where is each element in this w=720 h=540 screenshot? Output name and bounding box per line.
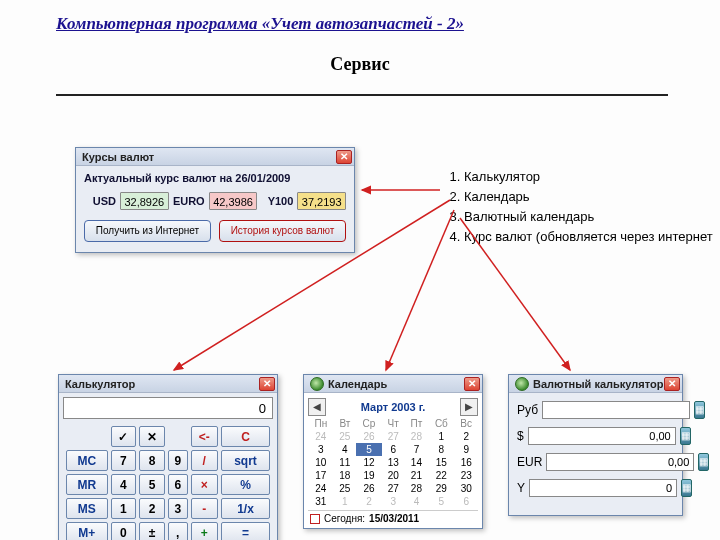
calc-icon[interactable]: ▦ — [694, 401, 705, 419]
sub-key[interactable]: - — [191, 498, 219, 519]
calendar-day[interactable]: 2 — [356, 495, 382, 508]
n5[interactable]: 5 — [139, 474, 165, 495]
mr-key[interactable]: MR — [66, 474, 108, 495]
sqrt-key[interactable]: sqrt — [221, 450, 270, 471]
today-bar[interactable]: Сегодня: 15/03/2011 — [308, 510, 478, 524]
calendar-day[interactable]: 29 — [428, 482, 454, 495]
feature-item: Калькулятор — [464, 168, 713, 187]
calendar-day[interactable]: 28 — [405, 430, 429, 443]
calendar-day[interactable]: 11 — [334, 456, 356, 469]
n7[interactable]: 7 — [111, 450, 137, 471]
calendar-day[interactable]: 14 — [405, 456, 429, 469]
calendar-day[interactable]: 24 — [308, 430, 334, 443]
n6[interactable]: 6 — [168, 474, 188, 495]
titlebar[interactable]: Калькулятор ✕ — [59, 375, 277, 393]
calendar-day[interactable]: 30 — [454, 482, 478, 495]
close-icon[interactable]: ✕ — [336, 150, 352, 164]
calendar-day[interactable]: 24 — [308, 482, 334, 495]
history-button[interactable]: История курсов валют — [219, 220, 346, 242]
pm-key[interactable]: ± — [139, 522, 165, 540]
calendar-day[interactable]: 5 — [356, 443, 382, 456]
currency-input[interactable] — [542, 401, 690, 419]
mc-key[interactable]: MC — [66, 450, 108, 471]
n4[interactable]: 4 — [111, 474, 137, 495]
clear-key[interactable]: C — [221, 426, 270, 447]
calendar-day[interactable]: 3 — [308, 443, 334, 456]
n8[interactable]: 8 — [139, 450, 165, 471]
n2[interactable]: 2 — [139, 498, 165, 519]
close-icon[interactable]: ✕ — [259, 377, 275, 391]
calendar-day[interactable]: 8 — [428, 443, 454, 456]
calc-icon[interactable]: ▦ — [681, 479, 692, 497]
calendar-day[interactable]: 18 — [334, 469, 356, 482]
back-key[interactable]: <- — [191, 426, 219, 447]
calc-icon[interactable]: ▦ — [680, 427, 691, 445]
calendar-day[interactable]: 4 — [334, 443, 356, 456]
mul-key[interactable]: × — [191, 474, 219, 495]
n3[interactable]: 3 — [168, 498, 188, 519]
calendar-day[interactable]: 27 — [382, 430, 405, 443]
inv-key[interactable]: 1/x — [221, 498, 270, 519]
calendar-day[interactable]: 12 — [356, 456, 382, 469]
n0[interactable]: 0 — [111, 522, 137, 540]
calendar-day[interactable]: 6 — [382, 443, 405, 456]
calendar-day[interactable]: 20 — [382, 469, 405, 482]
eq-key[interactable]: = — [221, 522, 270, 540]
currency-label: $ — [517, 429, 524, 443]
calendar-day[interactable]: 4 — [405, 495, 429, 508]
prev-month-button[interactable]: ◀ — [308, 398, 326, 416]
close-icon[interactable]: ✕ — [664, 377, 680, 391]
calendar-day[interactable]: 3 — [382, 495, 405, 508]
calendar-day[interactable]: 31 — [308, 495, 334, 508]
calendar-day[interactable]: 1 — [334, 495, 356, 508]
calendar-day[interactable]: 5 — [428, 495, 454, 508]
calendar-day[interactable]: 21 — [405, 469, 429, 482]
n9[interactable]: 9 — [168, 450, 188, 471]
calendar-day[interactable]: 17 — [308, 469, 334, 482]
dow-label: Пт — [405, 417, 429, 430]
add-key[interactable]: + — [191, 522, 219, 540]
currency-input[interactable] — [546, 453, 694, 471]
calendar-day[interactable]: 23 — [454, 469, 478, 482]
dow-label: Пн — [308, 417, 334, 430]
calendar-day[interactable]: 27 — [382, 482, 405, 495]
close-icon[interactable]: ✕ — [464, 377, 480, 391]
titlebar[interactable]: Курсы валют ✕ — [76, 148, 354, 166]
calendar-day[interactable]: 25 — [334, 430, 356, 443]
calendar-day[interactable]: 7 — [405, 443, 429, 456]
xkey[interactable]: ✕ — [139, 426, 165, 447]
calendar-day[interactable]: 13 — [382, 456, 405, 469]
globe-icon — [310, 377, 324, 391]
calendar-day[interactable]: 6 — [454, 495, 478, 508]
calc-icon[interactable]: ▦ — [698, 453, 709, 471]
dot-key[interactable]: , — [168, 522, 188, 540]
calendar-day[interactable]: 25 — [334, 482, 356, 495]
calendar-day[interactable]: 2 — [454, 430, 478, 443]
calendar-day[interactable]: 10 — [308, 456, 334, 469]
calendar-day[interactable]: 9 — [454, 443, 478, 456]
calendar-day[interactable]: 22 — [428, 469, 454, 482]
div-key[interactable]: / — [191, 450, 219, 471]
calendar-day[interactable]: 16 — [454, 456, 478, 469]
calendar-day[interactable]: 19 — [356, 469, 382, 482]
calendar-day[interactable]: 28 — [405, 482, 429, 495]
calendar-day[interactable]: 1 — [428, 430, 454, 443]
n1[interactable]: 1 — [111, 498, 137, 519]
currency-row: EUR▦ — [517, 453, 674, 471]
calendar-day[interactable]: 15 — [428, 456, 454, 469]
currency-input[interactable] — [528, 427, 676, 445]
next-month-button[interactable]: ▶ — [460, 398, 478, 416]
calendar-day[interactable]: 26 — [356, 482, 382, 495]
titlebar[interactable]: Календарь ✕ — [304, 375, 482, 393]
ms-key[interactable]: MS — [66, 498, 108, 519]
titlebar[interactable]: Валютный калькулятор ✕ — [509, 375, 682, 393]
mplus-key[interactable]: M+ — [66, 522, 108, 540]
calendar-grid: ПнВтСрЧтПтСбВс24252627281234567891011121… — [308, 417, 478, 508]
fetch-internet-button[interactable]: Получить из Интернет — [84, 220, 211, 242]
check-key[interactable]: ✓ — [111, 426, 137, 447]
usd-label: USD — [84, 195, 116, 207]
currency-input[interactable] — [529, 479, 677, 497]
page-title: Компьютерная программа «Учет автозапчаст… — [56, 14, 464, 34]
calendar-day[interactable]: 26 — [356, 430, 382, 443]
pct-key[interactable]: % — [221, 474, 270, 495]
